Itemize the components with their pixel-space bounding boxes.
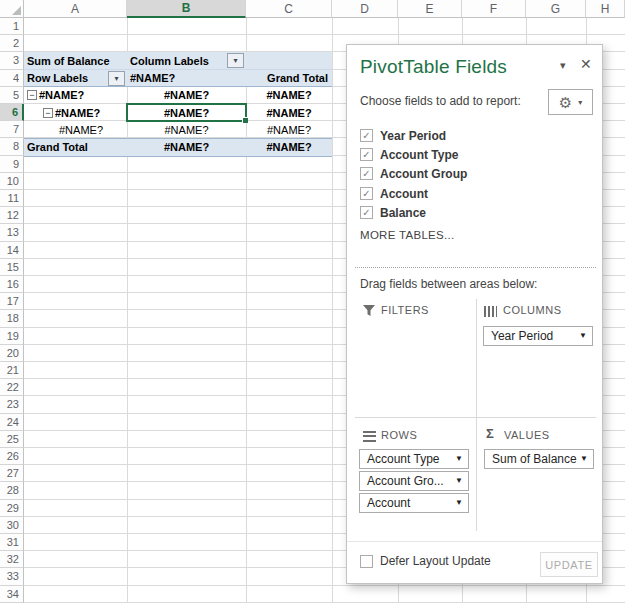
row-header-11[interactable]: 11 bbox=[0, 190, 24, 207]
row-header-21[interactable]: 21 bbox=[0, 362, 24, 379]
pivot-cell-B5[interactable]: #NAME? bbox=[127, 87, 246, 104]
select-all-triangle-icon bbox=[12, 6, 21, 15]
column-header-B[interactable]: B bbox=[127, 0, 246, 18]
row-header-18[interactable]: 18 bbox=[0, 310, 24, 327]
row-header-31[interactable]: 31 bbox=[0, 534, 24, 551]
row-header-34[interactable]: 34 bbox=[0, 586, 24, 603]
field-label: Year Period bbox=[380, 127, 446, 146]
row-header-17[interactable]: 17 bbox=[0, 293, 24, 310]
row-header-6[interactable]: 6 bbox=[0, 104, 24, 121]
field-checkbox[interactable]: ✓ bbox=[360, 206, 373, 219]
column-header-C[interactable]: C bbox=[246, 0, 332, 18]
row-header-8[interactable]: 8 bbox=[0, 138, 24, 155]
row-header-16[interactable]: 16 bbox=[0, 276, 24, 293]
row-header-5[interactable]: 5 bbox=[0, 87, 24, 104]
filter-dropdown-icon[interactable]: ▾ bbox=[227, 53, 244, 68]
pivot-cell-C4[interactable]: Grand Total bbox=[246, 70, 332, 87]
close-icon[interactable]: ✕ bbox=[580, 56, 592, 72]
pivot-cell-C6[interactable]: #NAME? bbox=[246, 104, 332, 121]
row-header-4[interactable]: 4 bbox=[0, 70, 24, 87]
rows-area-label: ROWS bbox=[381, 429, 417, 441]
defer-layout-checkbox[interactable] bbox=[360, 555, 373, 568]
column-header-A[interactable]: A bbox=[24, 0, 127, 18]
select-all-corner[interactable] bbox=[0, 0, 24, 18]
field-item-account-group[interactable]: ✓Account Group bbox=[347, 165, 602, 184]
row-header-7[interactable]: 7 bbox=[0, 121, 24, 138]
pivot-cell-text: #NAME? bbox=[164, 89, 209, 101]
pivot-cell-C8[interactable]: #NAME? bbox=[246, 138, 332, 155]
column-header-H[interactable]: H bbox=[586, 0, 625, 18]
rows-field-account-type[interactable]: Account Type▼ bbox=[359, 449, 469, 469]
row-header-22[interactable]: 22 bbox=[0, 379, 24, 396]
row-header-20[interactable]: 20 bbox=[0, 345, 24, 362]
pivot-cell-A7[interactable]: #NAME? bbox=[24, 121, 127, 138]
field-item-account-type[interactable]: ✓Account Type bbox=[347, 146, 602, 165]
gridline bbox=[332, 18, 333, 603]
row-header-3[interactable]: 3 bbox=[0, 52, 24, 69]
field-checkbox[interactable]: ✓ bbox=[360, 129, 373, 142]
areas-horizontal-divider bbox=[355, 417, 596, 418]
pivot-cell-B4[interactable]: #NAME? bbox=[127, 70, 246, 87]
field-checkbox[interactable]: ✓ bbox=[360, 167, 373, 180]
row-header-25[interactable]: 25 bbox=[0, 431, 24, 448]
values-field-sum-of-balance[interactable]: Sum of Balance▼ bbox=[484, 449, 594, 469]
pivot-cell-A6[interactable]: −#NAME? bbox=[24, 104, 127, 121]
pivot-cell-C7[interactable]: #NAME? bbox=[246, 121, 332, 138]
pivot-cell-text: Row Labels bbox=[27, 72, 88, 84]
row-header-23[interactable]: 23 bbox=[0, 396, 24, 413]
row-header-9[interactable]: 9 bbox=[0, 156, 24, 173]
column-header-E[interactable]: E bbox=[398, 0, 462, 18]
row-header-32[interactable]: 32 bbox=[0, 551, 24, 568]
field-item-account[interactable]: ✓Account bbox=[347, 185, 602, 204]
collapse-icon[interactable]: − bbox=[43, 108, 53, 118]
row-header-28[interactable]: 28 bbox=[0, 482, 24, 499]
row-header-12[interactable]: 12 bbox=[0, 207, 24, 224]
columns-field-year-period[interactable]: Year Period▼ bbox=[483, 326, 593, 346]
row-header-15[interactable]: 15 bbox=[0, 259, 24, 276]
pane-collapse-icon[interactable]: ▾ bbox=[560, 59, 566, 72]
area-field-label: Sum of Balance bbox=[492, 452, 577, 466]
pivot-cell-text: #NAME? bbox=[164, 124, 208, 136]
rows-field-account-gro-[interactable]: Account Gro...▼ bbox=[359, 471, 469, 491]
field-item-year-period[interactable]: ✓Year Period bbox=[347, 127, 602, 146]
tools-button[interactable]: ⚙ ▾ bbox=[548, 89, 593, 115]
row-header-13[interactable]: 13 bbox=[0, 224, 24, 241]
row-header-24[interactable]: 24 bbox=[0, 414, 24, 431]
row-header-26[interactable]: 26 bbox=[0, 448, 24, 465]
pivot-cell-A3[interactable]: Sum of Balance bbox=[24, 52, 127, 69]
pivot-cell-text: #NAME? bbox=[130, 72, 175, 84]
column-header-D[interactable]: D bbox=[332, 0, 398, 18]
row-header-10[interactable]: 10 bbox=[0, 173, 24, 190]
row-header-33[interactable]: 33 bbox=[0, 568, 24, 585]
pivot-cell-A8[interactable]: Grand Total bbox=[24, 138, 127, 155]
selected-cell[interactable] bbox=[126, 103, 247, 122]
chevron-down-icon: ▼ bbox=[455, 494, 463, 512]
row-header-19[interactable]: 19 bbox=[0, 328, 24, 345]
pivot-cell-B7[interactable]: #NAME? bbox=[127, 121, 246, 138]
pivot-cell-text: #NAME? bbox=[55, 107, 100, 119]
field-item-balance[interactable]: ✓Balance bbox=[347, 204, 602, 223]
rows-field-account[interactable]: Account▼ bbox=[359, 493, 469, 513]
row-header-1[interactable]: 1 bbox=[0, 18, 24, 35]
pivot-cell-B8[interactable]: #NAME? bbox=[127, 138, 246, 155]
row-header-29[interactable]: 29 bbox=[0, 500, 24, 517]
row-header-2[interactable]: 2 bbox=[0, 35, 24, 52]
column-header-F[interactable]: F bbox=[462, 0, 526, 18]
more-tables-link[interactable]: MORE TABLES... bbox=[360, 229, 455, 241]
pane-title: PivotTable Fields bbox=[360, 56, 507, 78]
row-header-14[interactable]: 14 bbox=[0, 242, 24, 259]
collapse-icon[interactable]: − bbox=[27, 90, 37, 100]
values-area-label: VALUES bbox=[504, 429, 550, 441]
pivot-cell-C5[interactable]: #NAME? bbox=[246, 87, 332, 104]
filter-dropdown-icon[interactable]: ▾ bbox=[108, 71, 125, 86]
field-checkbox[interactable]: ✓ bbox=[360, 187, 373, 200]
row-header-30[interactable]: 30 bbox=[0, 517, 24, 534]
field-checkbox[interactable]: ✓ bbox=[360, 148, 373, 161]
gear-icon: ⚙ bbox=[559, 95, 572, 110]
row-header-27[interactable]: 27 bbox=[0, 465, 24, 482]
pivottable-fields-pane: PivotTable Fields ▾ ✕ Choose fields to a… bbox=[346, 44, 603, 584]
fill-handle[interactable] bbox=[242, 117, 248, 123]
column-header-G[interactable]: G bbox=[526, 0, 586, 18]
update-button[interactable]: UPDATE bbox=[540, 552, 598, 577]
pivot-cell-A5[interactable]: −#NAME? bbox=[24, 87, 127, 104]
